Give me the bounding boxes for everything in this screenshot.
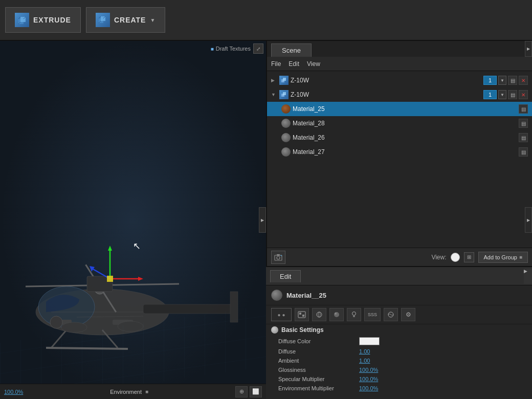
viewport-expand-btn[interactable]: ⤢ [253, 43, 263, 54]
diffuse-color-label: Diffuse Color [278, 338, 355, 344]
svg-point-27 [61, 322, 87, 332]
tree-dropdown-1[interactable]: ▼ [498, 76, 506, 85]
glossiness-value[interactable]: 100.0% [359, 367, 378, 373]
viewport-frame-btn[interactable]: ⬜ [250, 386, 262, 397]
svg-rect-43 [277, 254, 280, 256]
add-to-group-button[interactable]: Add to Group ■ [478, 252, 528, 263]
tree-arrow-collapsed: ▶ [271, 78, 277, 83]
tree-close-btn-1[interactable]: ✕ [519, 76, 528, 85]
tree-item-material-26[interactable]: Material_26 ▤ [267, 130, 532, 145]
ambient-label: Ambient [278, 358, 355, 364]
edit-panel-toggle[interactable]: ▶ [524, 269, 532, 284]
create-button[interactable]: CREATE ▼ [86, 7, 165, 33]
svg-rect-35 [107, 276, 113, 282]
material-sphere-icon [271, 290, 282, 301]
edit-env-btn[interactable] [384, 308, 398, 321]
helicopter-model [0, 138, 266, 384]
tree-close-btn-2[interactable]: ✕ [519, 90, 528, 99]
tree-icon-material-27 [281, 147, 291, 157]
edit-panel-header: Edit ▶ [266, 267, 532, 285]
svg-point-22 [50, 316, 62, 328]
environment-multiplier-label: Environment Multiplier [278, 385, 355, 391]
tree-material-26-btn[interactable]: ▤ [519, 133, 528, 142]
edit-sss-btn[interactable]: SSS [364, 308, 381, 321]
settings-diffuse-color-row: Diffuse Color [266, 336, 532, 347]
right-panel: Scene ▶ File Edit View ▶ Z-10W [266, 41, 532, 399]
scene-menu-edit[interactable]: Edit [289, 60, 299, 68]
diffuse-value[interactable]: 1.00 [359, 348, 370, 354]
tree-material-27-btn[interactable]: ▤ [519, 147, 528, 157]
main-toolbar: EXTRUDE CREATE ▼ [0, 0, 532, 41]
scene-tab[interactable]: Scene [271, 43, 312, 57]
tree-num-input-2[interactable] [483, 90, 497, 99]
specular-value[interactable]: 100.0% [359, 376, 378, 382]
right-panel-toggle[interactable]: ▶ [525, 207, 532, 233]
tree-num-input-1[interactable] [483, 76, 497, 85]
tree-label-material-27: Material_27 [293, 148, 517, 156]
edit-material-header: Material__25 [266, 285, 532, 305]
svg-point-51 [335, 313, 337, 315]
svg-rect-47 [302, 315, 304, 317]
viewport-side-toggle[interactable]: ▶ [259, 207, 266, 233]
tree-item-material-28[interactable]: Material_28 ▤ [267, 116, 532, 130]
view-grid-toggle[interactable]: ⊞ [464, 252, 474, 262]
tree-icon-material-25 [281, 104, 291, 114]
viewport-bottom-bar: 100.0% Environment ■ ⊕ ⬜ [0, 384, 266, 399]
tree-material-25-btn[interactable]: ▤ [519, 104, 528, 114]
extrude-button[interactable]: EXTRUDE [5, 7, 81, 33]
diffuse-color-swatch[interactable] [359, 337, 380, 345]
scene-menu-view[interactable]: View [307, 60, 320, 68]
settings-sphere-icon [271, 326, 278, 334]
svg-text:+: + [280, 254, 282, 257]
viewport[interactable]: ■ Draft Textures ⤢ ↖ 100.0% Environment … [0, 41, 266, 399]
create-icon [96, 13, 110, 27]
viewport-crosshair-btn[interactable]: ⊕ [235, 386, 248, 397]
tree-item-material-25[interactable]: Material_25 ▤ [267, 102, 532, 116]
environment-multiplier-value[interactable]: 100.0% [359, 385, 378, 391]
svg-marker-32 [138, 277, 143, 281]
view-circle-toggle[interactable] [451, 253, 460, 262]
tree-controls-2: ▼ ▤ ✕ [483, 90, 528, 99]
tree-label-z10w-2: Z-10W [291, 91, 481, 98]
tree-material-28-btn[interactable]: ▤ [519, 119, 528, 128]
zoom-level[interactable]: 100.0% [4, 389, 23, 395]
extrude-icon [15, 13, 29, 27]
svg-point-42 [277, 256, 280, 259]
svg-point-52 [352, 312, 356, 316]
edit-sphere-btn[interactable] [312, 308, 326, 321]
svg-line-7 [99, 16, 101, 18]
edit-shader-btn[interactable] [329, 308, 344, 321]
glossiness-label: Glossiness [278, 367, 355, 373]
tree-dropdown-2[interactable]: ▼ [498, 90, 506, 99]
edit-settings-gear-btn[interactable]: ⚙ [401, 308, 415, 321]
diffuse-label: Diffuse [278, 348, 355, 354]
tree-item-z10w-2[interactable]: ▼ Z-10W ▼ ▤ ✕ [267, 87, 532, 102]
tree-icon-btn-2a[interactable]: ▤ [508, 90, 517, 99]
svg-line-2 [18, 17, 20, 19]
view-label: View: [431, 254, 446, 261]
basic-settings-title: Basic Settings [281, 326, 324, 334]
settings-diffuse-row: Diffuse 1.00 [266, 347, 532, 356]
camera-add-btn[interactable]: + [271, 251, 285, 264]
create-label: CREATE [114, 16, 146, 24]
viewport-topbar: ■ Draft Textures ⤢ [208, 41, 266, 56]
edit-lamp-btn[interactable] [347, 308, 361, 321]
basic-settings-header: Basic Settings [266, 324, 532, 336]
svg-rect-40 [283, 92, 286, 95]
tree-label-material-28: Material_28 [293, 120, 517, 127]
create-dropdown-arrow: ▼ [150, 17, 156, 23]
tree-icon-material-26 [281, 133, 291, 142]
scene-menu-file[interactable]: File [271, 60, 281, 68]
ambient-value[interactable]: 1.00 [359, 358, 370, 364]
edit-texture-btn[interactable] [295, 308, 309, 321]
edit-toggle-btn[interactable]: ● ● [271, 308, 292, 321]
draft-textures-label: ■ Draft Textures [211, 46, 251, 52]
scene-panel-toggle[interactable]: ▶ [525, 41, 532, 57]
edit-tab[interactable]: Edit [270, 270, 301, 282]
tree-controls-1: ▼ ▤ ✕ [483, 76, 528, 85]
tree-item-z10w-1[interactable]: ▶ Z-10W ▼ ▤ ✕ [267, 73, 532, 87]
tree-item-material-27[interactable]: Material_27 ▤ [267, 145, 532, 159]
extrude-label: EXTRUDE [33, 16, 71, 24]
svg-marker-30 [108, 246, 112, 251]
tree-icon-btn-1a[interactable]: ▤ [508, 76, 517, 85]
